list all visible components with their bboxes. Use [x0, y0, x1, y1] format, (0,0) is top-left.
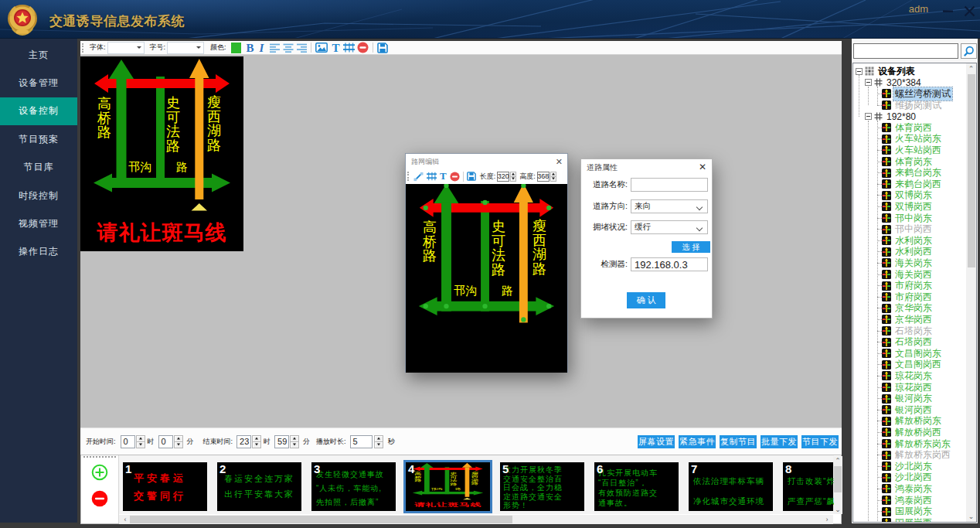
scroll-down-icon[interactable]: ⌄ [833, 506, 842, 513]
duration-spinner[interactable]: 5 [350, 435, 383, 448]
end-minute-spinner[interactable]: 59 [274, 435, 299, 448]
spinner-arrows[interactable] [550, 172, 556, 182]
tree-node-火车站岗西[interactable]: 火车站岗西 [853, 145, 943, 156]
remove-program-button[interactable] [91, 490, 108, 510]
tree-label[interactable]: 国展岗西 [893, 516, 934, 523]
start-minute-spinner[interactable]: 0 [158, 435, 183, 448]
bold-button[interactable]: B [247, 42, 254, 54]
road-edit-canvas[interactable]: 高桥路史可法路瘦西湖路邗沟路 [406, 184, 567, 373]
align-left-button[interactable] [270, 42, 281, 54]
tree-node-解放桥岗东[interactable]: 解放桥岗东 [853, 416, 943, 428]
collapse-icon[interactable] [865, 113, 872, 120]
tree-node-银河岗东[interactable]: 银河岗东 [853, 393, 934, 404]
sidebar-item-3[interactable]: 设备控制 [0, 97, 77, 125]
tree-node-沙北岗西[interactable]: 沙北岗西 [853, 472, 934, 484]
crosswalk-button[interactable] [427, 170, 437, 182]
tree-node-水利岗东[interactable]: 水利岗东 [853, 235, 934, 247]
tree-node-京华岗东[interactable]: 京华岗东 [853, 303, 934, 315]
tree-node-银河岗西[interactable]: 银河岗西 [853, 404, 934, 416]
tree-label[interactable]: 设备列表 [876, 65, 917, 78]
program-thumbnail-4[interactable]: 4高桥路史可法路瘦西湖路邗沟路请礼让斑马线 [406, 462, 490, 511]
no-entry-button[interactable] [357, 42, 369, 54]
insert-text-button[interactable]: T [440, 170, 447, 182]
scroll-up-icon[interactable]: ⌃ [833, 457, 842, 465]
road-direction-select[interactable]: 来向 [631, 199, 708, 213]
tree-node-鸿泰岗西[interactable]: 鸿泰岗西 [853, 495, 934, 506]
font-size-combobox[interactable] [167, 42, 204, 54]
tree-node-双博岗东[interactable]: 双博岗东 [853, 190, 934, 202]
start-minute-value[interactable]: 0 [158, 435, 173, 448]
tree-label[interactable]: 192*80 [885, 111, 917, 122]
tree-node-体育岗西[interactable]: 体育岗西 [853, 122, 934, 134]
duration-value[interactable]: 5 [350, 435, 373, 448]
color-swatch[interactable] [231, 43, 241, 53]
action-button-1[interactable]: 屏幕设置 [638, 435, 675, 448]
italic-button[interactable]: I [260, 42, 264, 54]
insert-text-button[interactable]: T [332, 42, 339, 54]
collapse-icon[interactable] [865, 79, 872, 86]
height-value[interactable]: 368 [537, 172, 550, 182]
tree-node-京华岗西[interactable]: 京华岗西 [853, 314, 934, 325]
program-thumbnail-2[interactable]: 2春运安全连万家出行平安靠大家 [217, 462, 301, 511]
led-preview-panel[interactable]: 高桥路史可法路瘦西湖路邗沟路请礼让斑马线 [80, 56, 243, 251]
tree-node-320*384[interactable]: 320*384 [853, 77, 923, 89]
insert-image-button[interactable] [315, 42, 328, 54]
tree-node-国展岗西[interactable]: 国展岗西 [853, 517, 934, 523]
confirm-button[interactable]: 确 认 [627, 292, 665, 308]
tree-node-鸿泰岗东[interactable]: 鸿泰岗东 [853, 483, 934, 495]
sidebar-item-1[interactable]: 主页 [0, 41, 77, 69]
tree-node-解放桥岗西[interactable]: 解放桥岗西 [853, 427, 943, 438]
end-hour-value[interactable]: 23 [236, 435, 251, 448]
action-button-3[interactable]: 复制节目 [720, 435, 757, 448]
add-program-button[interactable] [91, 464, 108, 484]
tree-node-市府岗西[interactable]: 市府岗西 [853, 291, 934, 303]
sidebar-item-2[interactable]: 设备管理 [0, 69, 77, 97]
program-thumbnail-5[interactable]: 5大力开展秋冬季交通安全整治百日会战，全力稳定道路交通安全形势！ [500, 462, 584, 511]
tree-node-来鹤台岗东[interactable]: 来鹤台岗东 [853, 167, 943, 179]
detector-input[interactable]: 192.168.0.3 [631, 257, 708, 271]
end-minute-value[interactable]: 59 [274, 435, 289, 448]
align-center-button[interactable] [283, 42, 294, 54]
tree-node-石塔岗西[interactable]: 石塔岗西 [853, 336, 934, 348]
tree-label[interactable]: 320*384 [885, 77, 923, 88]
program-thumbnail-3[interactable]: 3发生轻微交通事故“人未伤，车能动,先拍照，后撤离” [311, 462, 396, 511]
road-edit-close-icon[interactable]: ✕ [556, 157, 563, 167]
tree-node-海关岗西[interactable]: 海关岗西 [853, 269, 934, 281]
scrollbar-thumb[interactable] [968, 74, 975, 267]
no-entry-button[interactable] [450, 170, 460, 182]
sidebar-item-7[interactable]: 视频管理 [0, 209, 77, 237]
tree-node-邗中岗西[interactable]: 邗中岗西 [853, 223, 934, 235]
tree-node-文昌阁岗西[interactable]: 文昌阁岗西 [853, 359, 943, 371]
road-edit-titlebar[interactable]: 路网编辑 ✕ [406, 154, 567, 169]
playlist-vertical-scrollbar[interactable]: ⌃ ⌄ [833, 456, 842, 514]
tree-node-琼花岗东[interactable]: 琼花岗东 [853, 370, 934, 382]
spinner-arrows[interactable] [174, 435, 183, 448]
end-hour-spinner[interactable]: 23 [236, 435, 261, 448]
scrollbar-thumb[interactable] [834, 466, 842, 492]
tree-label[interactable]: 维扬岗测试 [893, 99, 943, 112]
dialog-close-icon[interactable]: ✕ [699, 162, 706, 172]
tree-node-琼花岗西[interactable]: 琼花岗西 [853, 382, 934, 393]
tree-node-海关岗东[interactable]: 海关岗东 [853, 257, 934, 269]
crosswalk-button[interactable] [343, 42, 355, 54]
road-name-input[interactable] [631, 178, 708, 192]
tree-node-维扬岗测试[interactable]: 维扬岗测试 [853, 100, 943, 111]
device-search-button[interactable] [961, 43, 977, 59]
sidebar-item-5[interactable]: 节目库 [0, 154, 77, 182]
minimize-button[interactable] [937, 0, 958, 22]
action-button-2[interactable]: 紧急事件 [679, 435, 716, 448]
tree-node-来鹤台岗西[interactable]: 来鹤台岗西 [853, 179, 943, 190]
scrollbar-thumb[interactable] [130, 516, 512, 523]
tree-node-国展岗东[interactable]: 国展岗东 [853, 506, 934, 517]
collapse-icon[interactable] [856, 68, 863, 75]
sidebar-item-6[interactable]: 时段控制 [0, 182, 77, 209]
spinner-arrows[interactable] [374, 435, 383, 448]
sidebar-item-8[interactable]: 操作日志 [0, 238, 77, 266]
sidebar-item-4[interactable]: 节目预案 [0, 125, 77, 153]
program-thumbnail-1[interactable]: 1平安春运交警同行 [123, 462, 207, 511]
scroll-up-icon[interactable]: ⌃ [966, 65, 976, 73]
tree-node-市府岗东[interactable]: 市府岗东 [853, 280, 934, 291]
tree-node-沙北岗东[interactable]: 沙北岗东 [853, 461, 934, 472]
tree-node-火车站岗东[interactable]: 火车站岗东 [853, 134, 943, 145]
device-search-input[interactable] [853, 43, 958, 59]
